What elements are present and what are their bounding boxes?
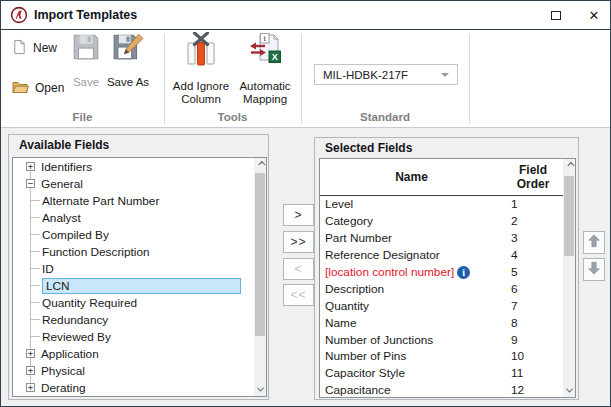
field-order: 4 (503, 248, 563, 262)
selected-fields-table: Name Field Order Level1Category2Part Num… (319, 158, 576, 398)
tree-scrollbar[interactable] (254, 158, 266, 396)
tree-item-label: Quantity Required (42, 296, 137, 310)
scrollbar-thumb[interactable] (564, 176, 574, 256)
tree-item-label: LCN (42, 278, 241, 294)
automatic-mapping-icon: t X (248, 32, 282, 69)
scroll-up-icon[interactable] (254, 158, 266, 171)
field-name: Number of Pins (325, 349, 406, 363)
tree-item-label: Function Description (42, 245, 150, 259)
move-right-button[interactable]: > (283, 204, 314, 226)
field-order: 6 (503, 282, 563, 296)
expand-icon[interactable]: + (26, 366, 35, 375)
field-order: 3 (503, 231, 563, 245)
table-row-description[interactable]: Description6 (320, 280, 563, 297)
tree-item-derating[interactable]: +Derating (13, 379, 253, 396)
tree-item-application[interactable]: +Application (13, 345, 253, 362)
move-left-button[interactable]: < (283, 258, 314, 280)
maximize-icon (551, 11, 561, 20)
tree-item-label: Alternate Part Number (42, 194, 159, 208)
selected-fields-panel: Selected Fields Name Field Order Level1C… (314, 137, 579, 400)
standard-dropdown[interactable]: MIL-HDBK-217F (314, 64, 458, 85)
save-as-floppy-pencil-icon (112, 32, 144, 65)
table-row-category[interactable]: Category2 (320, 213, 563, 230)
automatic-mapping-button[interactable]: t X Automatic Mapping (234, 32, 296, 106)
scroll-down-icon[interactable] (563, 384, 575, 397)
tree-item-label: Redundancy (42, 313, 108, 327)
maximize-button[interactable] (541, 1, 571, 29)
collapse-icon[interactable]: − (26, 179, 35, 188)
tree-item-function-description[interactable]: Function Description (13, 243, 253, 260)
move-up-button[interactable] (583, 231, 605, 254)
table-row-name[interactable]: Name8 (320, 314, 563, 331)
field-name: Reference Designator (325, 248, 440, 262)
field-name: [location control number] (325, 265, 454, 279)
add-ignore-column-button[interactable]: Add Ignore Column (167, 32, 235, 106)
chevron-down-icon (441, 73, 449, 77)
table-scrollbar[interactable] (563, 159, 575, 397)
new-label: New (33, 41, 57, 55)
expand-icon[interactable]: + (26, 162, 35, 171)
table-row-location-control-number[interactable]: [location control number]i5 (320, 264, 563, 281)
field-name: Category (325, 214, 373, 228)
move-all-right-button[interactable]: >> (283, 231, 314, 253)
tree-item-label: Analyst (42, 211, 81, 225)
save-as-button[interactable]: Save As (98, 32, 158, 89)
scroll-down-icon[interactable] (254, 383, 266, 396)
table-row-reference-designator[interactable]: Reference Designator4 (320, 247, 563, 264)
field-order: 11 (503, 366, 563, 380)
expand-icon[interactable]: + (26, 349, 35, 358)
arrow-up-icon (585, 232, 603, 253)
available-fields-tree-box: +Identifiers−GeneralAlternate Part Numbe… (12, 157, 267, 397)
table-rows: Level1Category2Part Number3Reference Des… (320, 196, 563, 397)
field-name: Name (325, 316, 356, 330)
table-row-number-of-pins[interactable]: Number of Pins10 (320, 348, 563, 365)
new-button[interactable]: New (9, 37, 60, 59)
ribbon-toolbar: New Open Save (1, 30, 610, 128)
column-header-name: Name (320, 159, 503, 195)
tree-item-id[interactable]: ID (13, 260, 253, 277)
move-down-button[interactable] (583, 258, 605, 281)
tree-item-physical[interactable]: +Physical (13, 362, 253, 379)
tree-item-alternate-part-number[interactable]: Alternate Part Number (13, 192, 253, 209)
table-row-part-number[interactable]: Part Number3 (320, 230, 563, 247)
table-row-level[interactable]: Level1 (320, 196, 563, 213)
table-row-number-of-junctions[interactable]: Number of Junctions9 (320, 331, 563, 348)
tree-item-compiled-by[interactable]: Compiled By (13, 226, 253, 243)
field-name: Part Number (325, 231, 392, 245)
dialog-body: Available Fields +Identifiers−GeneralAlt… (1, 128, 611, 407)
tree-item-general[interactable]: −General (13, 175, 253, 192)
field-order: 10 (503, 349, 563, 363)
automatic-mapping-label: Automatic Mapping (234, 80, 296, 106)
file-group-label: File (1, 111, 164, 127)
tree-item-label: Reviewed By (42, 330, 111, 344)
move-all-left-button[interactable]: << (283, 284, 314, 306)
tree-item-label: Compiled By (42, 228, 109, 242)
tree-item-label: Physical (41, 364, 85, 378)
add-ignore-column-icon (184, 32, 218, 69)
table-row-capacitor-style[interactable]: Capacitor Style11 (320, 365, 563, 382)
scrollbar-thumb[interactable] (255, 173, 265, 336)
save-floppy-icon (71, 32, 101, 65)
tree-item-redundancy[interactable]: Redundancy (13, 311, 253, 328)
tree-item-lcn[interactable]: LCN (13, 277, 253, 294)
tree-item-analyst[interactable]: Analyst (13, 209, 253, 226)
open-folder-icon (12, 80, 29, 97)
field-order: 8 (503, 316, 563, 330)
tree: +Identifiers−GeneralAlternate Part Numbe… (13, 158, 253, 396)
available-fields-title: Available Fields (19, 138, 109, 152)
scroll-up-icon[interactable] (563, 159, 575, 172)
info-icon[interactable]: i (457, 266, 470, 279)
tree-item-identifiers[interactable]: +Identifiers (13, 158, 253, 175)
table-row-quantity[interactable]: Quantity7 (320, 297, 563, 314)
tree-item-reviewed-by[interactable]: Reviewed By (13, 328, 253, 345)
save-as-label: Save As (107, 76, 149, 89)
field-order: 5 (503, 265, 563, 279)
table-row-capacitance[interactable]: Capacitance12 (320, 382, 563, 398)
close-button[interactable]: ✕ (579, 1, 609, 29)
standard-group-label: Standard (301, 111, 469, 127)
field-order: 1 (503, 197, 563, 211)
expand-icon[interactable]: + (26, 383, 35, 392)
field-name: Capacitor Style (325, 366, 405, 380)
resize-grip-icon[interactable] (606, 402, 608, 404)
tree-item-quantity-required[interactable]: Quantity Required (13, 294, 253, 311)
